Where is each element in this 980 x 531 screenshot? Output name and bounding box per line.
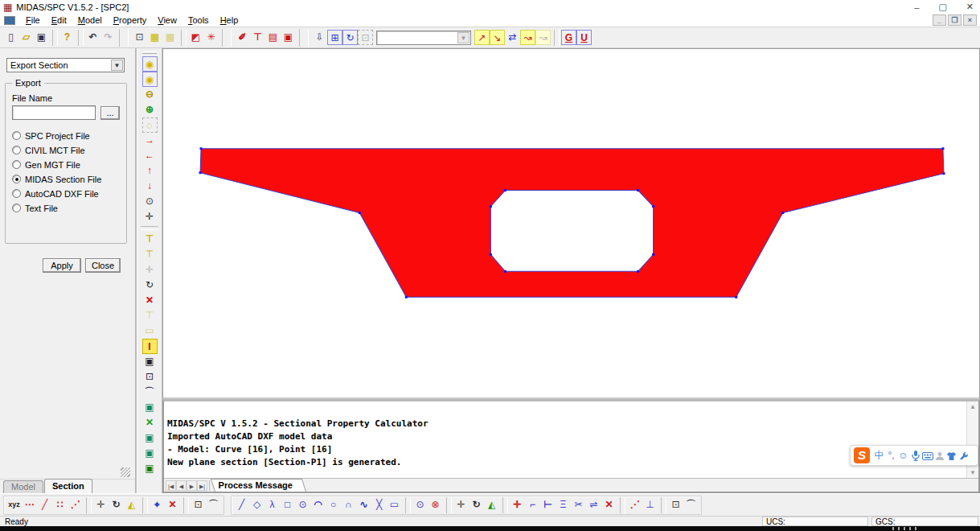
activate-identity-icon[interactable]: ↝ <box>520 30 535 45</box>
snap-vertex-icon[interactable]: ⌖ <box>150 497 165 512</box>
erase-icon[interactable]: ✕ <box>601 497 617 512</box>
result-view-icon[interactable]: ▣ <box>142 461 158 476</box>
divide-icon[interactable]: ⋰ <box>627 497 642 512</box>
save-model-icon[interactable]: ▣ <box>142 354 158 369</box>
section-pick-icon[interactable]: ⊤ <box>142 247 158 262</box>
zoom-fit-icon[interactable]: ◉ <box>142 56 158 72</box>
gcs-toggle-icon[interactable]: G <box>561 30 576 45</box>
mdi-restore-button[interactable]: ❐ <box>948 14 962 26</box>
minimize-button[interactable]: – <box>914 2 919 12</box>
drawing-canvas[interactable] <box>162 48 980 399</box>
generate-plane-section-icon[interactable]: ▣ <box>142 400 158 415</box>
close-button[interactable]: ✕ <box>966 2 974 12</box>
vertex-point[interactable] <box>735 296 737 298</box>
property-table-icon[interactable]: ▣ <box>142 446 158 461</box>
menu-file[interactable]: File <box>20 14 46 26</box>
clipboard-paste-disabled-icon[interactable]: ⊡ <box>358 30 373 45</box>
vertex-point[interactable] <box>490 205 492 208</box>
offset-icon[interactable]: ⇌ <box>586 497 601 512</box>
select-entities-icon[interactable]: ◩ <box>188 30 203 45</box>
generate-section-icon[interactable]: ✐ <box>235 30 250 45</box>
vertex-point[interactable] <box>199 171 202 174</box>
vertex-point[interactable] <box>942 172 945 175</box>
radio-button-icon[interactable] <box>12 204 21 212</box>
grid-snap-icon[interactable]: ▦ <box>147 30 162 45</box>
capture-view-icon[interactable]: ⊡ <box>191 497 206 512</box>
update-entity-icon[interactable]: ↻ <box>342 30 358 45</box>
help-icon[interactable]: ? <box>59 30 75 45</box>
tab-section[interactable]: Section <box>44 479 92 493</box>
last-tab-button[interactable]: ▶| <box>197 480 207 491</box>
delete-entity-icon[interactable]: ✕ <box>142 293 158 308</box>
vertex-point[interactable] <box>637 270 639 273</box>
move-disabled-icon[interactable]: ✛ <box>142 262 158 278</box>
draw-arc-center-icon[interactable]: ◠ <box>310 497 326 512</box>
pan-move-icon[interactable]: ✛ <box>142 209 158 224</box>
vertex-point[interactable] <box>359 212 361 214</box>
node-diagonal-icon[interactable]: ⋰ <box>68 497 83 512</box>
chinese-english-toggle-icon[interactable]: 中 <box>873 448 885 463</box>
radio-button-icon[interactable] <box>12 160 21 169</box>
radio-button-icon[interactable] <box>12 131 21 140</box>
vertex-point[interactable] <box>504 270 506 273</box>
first-tab-button[interactable]: |◀ <box>166 480 176 491</box>
vertex-point[interactable] <box>200 147 203 150</box>
draw-cross-line-icon[interactable]: ╳ <box>371 497 387 512</box>
radio-spc-project-file[interactable]: SPC Project File <box>12 130 90 141</box>
zoom-in-icon[interactable]: ⊕ <box>142 102 158 117</box>
draw-line-icon[interactable]: ╱ <box>234 497 249 512</box>
vertex-point[interactable] <box>490 253 492 256</box>
activate-all-icon[interactable]: ⇄ <box>505 30 520 45</box>
node-grid-icon[interactable]: ∷ <box>52 497 68 512</box>
extend-icon[interactable]: Ξ <box>556 497 571 512</box>
browse-button[interactable]: ... <box>100 106 120 120</box>
press-section-icon[interactable]: ⊤ <box>250 30 265 45</box>
undo-icon[interactable]: ↶ <box>85 30 100 45</box>
line-between-points-icon[interactable]: ╱ <box>37 497 52 512</box>
vertex-point[interactable] <box>781 212 784 214</box>
skin-center-icon[interactable] <box>945 448 957 463</box>
section-select-icon[interactable]: ⊤ <box>142 232 158 247</box>
deselect-entities-icon[interactable]: ✳ <box>203 30 219 45</box>
radio-button-icon[interactable] <box>12 146 21 154</box>
close-panel-button[interactable]: Close <box>85 258 121 273</box>
save-file-icon[interactable]: ▣ <box>34 30 49 45</box>
menu-help[interactable]: Help <box>215 14 244 26</box>
draw-arc-points-icon[interactable]: ∩ <box>341 497 356 512</box>
next-tab-button[interactable]: ▶ <box>187 480 197 491</box>
fillet-tool-icon[interactable]: ⌒ <box>142 385 158 400</box>
draw-slot-icon[interactable]: ▭ <box>387 497 402 512</box>
radio-midas-section-file[interactable]: MIDAS Section File <box>12 174 101 184</box>
node-horizontal-icon[interactable]: ⋯ <box>22 497 37 512</box>
inactivate-icon[interactable]: ↘ <box>490 30 505 45</box>
vertex-point[interactable] <box>941 147 944 150</box>
message-scrollbar[interactable]: ▲ ▼ <box>966 401 978 479</box>
draw-spline-icon[interactable]: ∿ <box>356 497 371 512</box>
merge-disabled-icon[interactable]: ▭ <box>142 323 158 339</box>
zoom-window-icon[interactable]: ◉ <box>142 72 158 87</box>
break-icon[interactable]: ✂ <box>571 497 586 512</box>
punctuation-mode-icon[interactable]: °, <box>885 448 897 463</box>
calculate-property-icon[interactable]: ▣ <box>142 430 158 446</box>
vertex-point[interactable] <box>652 205 654 208</box>
ime-settings-icon[interactable] <box>957 448 970 463</box>
menu-edit[interactable]: Edit <box>46 14 72 26</box>
chevron-down-icon[interactable]: ▼ <box>111 60 123 71</box>
rotate-entity-icon[interactable]: ↻ <box>142 278 158 293</box>
mirror-entity-icon[interactable]: ◭ <box>124 497 139 512</box>
radio-autocad-dxf-file[interactable]: AutoCAD DXF File <box>12 188 99 199</box>
prev-tab-button[interactable]: ◀ <box>176 480 187 491</box>
scroll-up-icon[interactable]: ▲ <box>968 402 978 412</box>
menu-property[interactable]: Property <box>108 14 153 26</box>
pan-up-icon[interactable]: ↑ <box>142 163 158 179</box>
zoom-out-icon[interactable]: ⊖ <box>142 87 158 102</box>
draw-rectangle-icon[interactable]: □ <box>280 497 295 512</box>
sogou-logo-icon[interactable]: S <box>854 447 870 463</box>
cut-section-icon[interactable]: ✕ <box>142 415 158 430</box>
intersect-icon[interactable]: ✛ <box>510 497 525 512</box>
vertex-point[interactable] <box>652 253 654 256</box>
radio-gen-mgt-file[interactable]: Gen MGT File <box>12 159 80 170</box>
grid-points-icon[interactable]: ▦ <box>162 30 178 45</box>
soft-keyboard-icon[interactable] <box>921 448 933 463</box>
ucs-axis-icon[interactable]: xyz <box>6 497 22 512</box>
